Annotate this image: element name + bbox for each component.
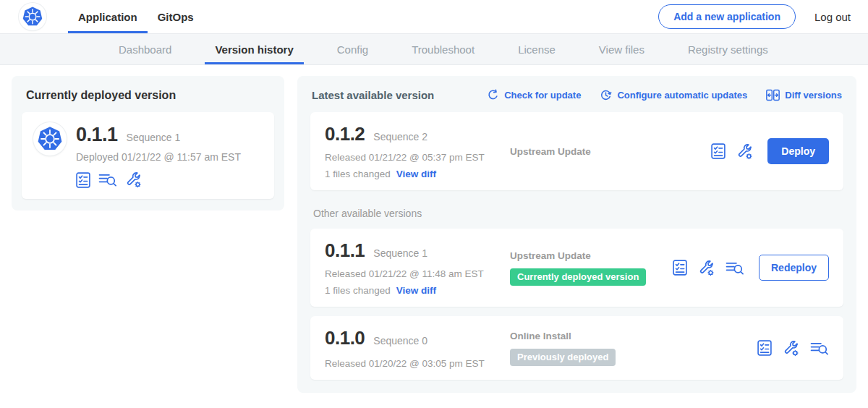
- subnav-item-dashboard[interactable]: Dashboard: [109, 34, 182, 64]
- config-icon[interactable]: [698, 260, 715, 276]
- config-icon[interactable]: [125, 171, 142, 188]
- files-changed-label: 1 files changed: [325, 169, 391, 179]
- main-content: Currently deployed version 0.1.1 Sequenc…: [0, 65, 868, 404]
- redeploy-button[interactable]: Redeploy: [759, 255, 829, 281]
- sequence-label: Sequence 0: [373, 335, 427, 347]
- version-actions: Check for update Configure automatic upd…: [487, 89, 842, 101]
- check-for-update-link[interactable]: Check for update: [487, 89, 581, 101]
- released-timestamp: Released 01/20/22 @ 03:05 pm EST: [325, 358, 510, 369]
- subnav-item-view-files[interactable]: View files: [589, 34, 655, 64]
- deployed-timestamp: Deployed 01/21/22 @ 11:57 am EST: [76, 151, 241, 163]
- subnav-item-registry-settings[interactable]: Registry settings: [678, 34, 778, 64]
- deployed-version-actions: [76, 171, 241, 188]
- version-card-0-1-1: 0.1.1 Sequence 1 Released 01/21/22 @ 11:…: [310, 229, 843, 307]
- available-versions-header: Latest available version Check for updat…: [310, 85, 843, 103]
- release-notes-icon[interactable]: [76, 172, 90, 188]
- source-label: Upstream Update: [510, 250, 665, 261]
- config-icon[interactable]: [783, 340, 799, 357]
- version-card-actions: [757, 340, 829, 357]
- tab-gitops[interactable]: GitOps: [148, 0, 204, 33]
- version-card-actions: Deploy: [711, 138, 829, 164]
- sequence-label: Sequence 2: [373, 131, 427, 143]
- deployed-version-card: 0.1.1 Sequence 1 Deployed 01/21/22 @ 11:…: [22, 112, 274, 199]
- version-card-actions: Redeploy: [673, 255, 829, 281]
- version-info: 0.1.0 Sequence 0 Released 01/20/22 @ 03:…: [325, 327, 510, 369]
- refresh-icon: [487, 89, 499, 101]
- subnav-item-troubleshoot[interactable]: Troubleshoot: [401, 34, 485, 64]
- version-card-0-1-0: 0.1.0 Sequence 0 Released 01/20/22 @ 03:…: [310, 316, 843, 380]
- config-icon[interactable]: [736, 143, 753, 160]
- currently-deployed-title: Currently deployed version: [26, 89, 274, 102]
- top-header: Application GitOps Add a new application…: [0, 0, 868, 33]
- diff-versions-label: Diff versions: [785, 90, 842, 101]
- version-card-0-1-2: 0.1.2 Sequence 2 Released 01/21/22 @ 05:…: [310, 112, 843, 190]
- view-diff-link[interactable]: View diff: [396, 285, 436, 296]
- version-number: 0.1.1: [325, 239, 365, 262]
- view-diff-link[interactable]: View diff: [396, 169, 436, 179]
- deploy-logs-icon[interactable]: [726, 260, 744, 276]
- deploy-logs-icon[interactable]: [810, 341, 829, 356]
- app-subnav: Dashboard Version history Config Trouble…: [0, 33, 868, 65]
- add-application-button[interactable]: Add a new application: [658, 4, 796, 29]
- release-notes-icon[interactable]: [757, 340, 772, 356]
- version-source: Upstream Update: [510, 146, 711, 157]
- released-timestamp: Released 01/21/22 @ 11:48 am EST: [325, 268, 510, 279]
- version-source: Upstream Update Currently deployed versi…: [510, 250, 673, 286]
- deployed-version-number: 0.1.1: [76, 124, 118, 146]
- configure-automatic-updates-label: Configure automatic updates: [617, 90, 747, 101]
- release-notes-icon[interactable]: [711, 143, 726, 159]
- available-versions-panel: Latest available version Check for updat…: [297, 76, 856, 393]
- source-label: Online Install: [510, 331, 750, 341]
- tab-application[interactable]: Application: [68, 0, 148, 33]
- currently-deployed-panel: Currently deployed version 0.1.1 Sequenc…: [12, 76, 284, 211]
- deployed-sequence-label: Sequence 1: [127, 132, 181, 143]
- release-notes-icon[interactable]: [673, 260, 687, 276]
- schedule-update-icon: [600, 89, 612, 101]
- source-label: Upstream Update: [510, 146, 704, 157]
- version-info: 0.1.2 Sequence 2 Released 01/21/22 @ 05:…: [325, 123, 510, 179]
- subnav-item-config[interactable]: Config: [327, 34, 378, 64]
- deploy-button[interactable]: Deploy: [767, 138, 829, 164]
- deploy-logs-icon[interactable]: [98, 172, 117, 187]
- version-number: 0.1.0: [325, 327, 365, 349]
- check-for-update-label: Check for update: [504, 90, 581, 101]
- other-versions-title: Other available versions: [313, 208, 843, 219]
- kubernetes-logo: [19, 3, 46, 30]
- version-number: 0.1.2: [325, 123, 365, 145]
- configure-automatic-updates-link[interactable]: Configure automatic updates: [600, 89, 747, 101]
- previously-deployed-badge: Previously deployed: [510, 349, 616, 366]
- diff-versions-link[interactable]: Diff versions: [766, 89, 842, 101]
- diff-icon: [766, 89, 780, 101]
- latest-available-title: Latest available version: [312, 89, 434, 101]
- sequence-label: Sequence 1: [373, 247, 427, 259]
- version-source: Online Install Previously deployed: [510, 331, 757, 366]
- released-timestamp: Released 01/21/22 @ 05:37 pm EST: [325, 152, 510, 163]
- header-tabs: Application GitOps: [68, 0, 204, 33]
- subnav-item-version-history[interactable]: Version history: [205, 34, 303, 64]
- header-actions: Add a new application Log out: [658, 4, 851, 29]
- currently-deployed-badge: Currently deployed version: [510, 268, 646, 286]
- logout-button[interactable]: Log out: [814, 11, 851, 23]
- files-changed-label: 1 files changed: [325, 285, 391, 296]
- deployed-version-info: 0.1.1 Sequence 1 Deployed 01/21/22 @ 11:…: [76, 122, 241, 188]
- version-info: 0.1.1 Sequence 1 Released 01/21/22 @ 11:…: [325, 239, 510, 296]
- app-icon-kubernetes: [33, 122, 67, 156]
- subnav-item-license[interactable]: License: [508, 34, 566, 64]
